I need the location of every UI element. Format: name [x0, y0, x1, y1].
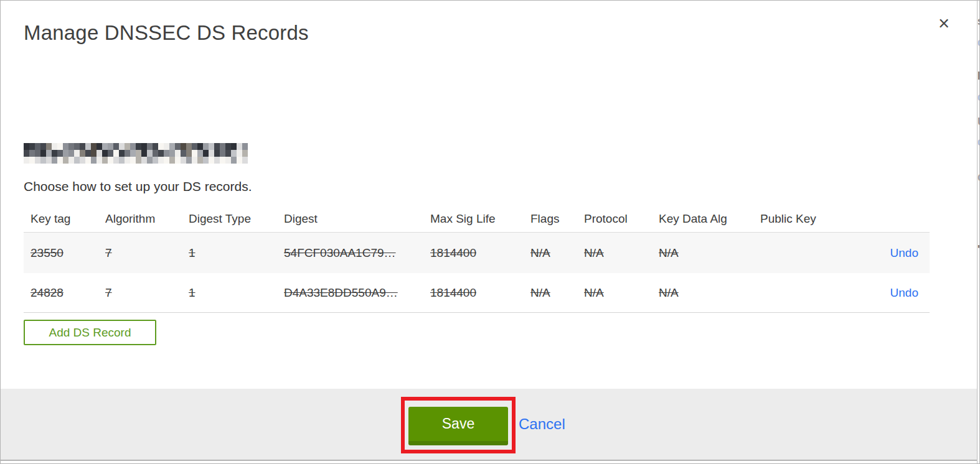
cell-algorithm: 7	[105, 286, 189, 300]
save-button[interactable]: Save	[408, 407, 508, 445]
table-row: 23550 7 1 54FCF030AA1C79… 1814400 N/A N/…	[24, 233, 930, 273]
cell-protocol: N/A	[584, 286, 659, 300]
cell-key-data-alg: N/A	[659, 286, 760, 300]
column-header-public-key: Public Key	[760, 212, 854, 226]
column-header-max-sig-life: Max Sig Life	[430, 212, 530, 226]
page-title: Manage DNSSEC DS Records	[24, 21, 309, 45]
undo-link[interactable]: Undo	[890, 286, 918, 299]
column-header-digest-type: Digest Type	[189, 212, 284, 226]
cell-key-tag: 23550	[31, 246, 105, 260]
undo-link[interactable]: Undo	[890, 246, 918, 259]
cell-digest-type: 1	[189, 246, 284, 260]
redacted-domain-name	[24, 143, 248, 164]
table-row: 24828 7 1 D4A33E8DD550A9… 1814400 N/A N/…	[24, 273, 930, 313]
cell-flags: N/A	[530, 246, 584, 260]
ds-records-table: Key tag Algorithm Digest Type Digest Max…	[24, 206, 930, 313]
cell-algorithm: 7	[105, 246, 189, 260]
column-header-protocol: Protocol	[584, 212, 659, 226]
cell-max-sig-life: 1814400	[430, 246, 530, 260]
column-header-key-tag: Key tag	[31, 212, 105, 226]
cell-digest: 54FCF030AA1C79…	[284, 246, 430, 260]
add-ds-record-button[interactable]: Add DS Record	[24, 320, 156, 345]
cell-digest-type: 1	[189, 286, 284, 300]
column-header-algorithm: Algorithm	[105, 212, 189, 226]
background-page-sliver: sdNdUdC▪	[978, 1, 980, 463]
table-header-row: Key tag Algorithm Digest Type Digest Max…	[24, 206, 930, 233]
cell-digest: D4A33E8DD550A9…	[284, 286, 430, 300]
cell-key-data-alg: N/A	[659, 246, 760, 260]
manage-dnssec-ds-records-modal: Manage DNSSEC DS Records × Choose how to…	[0, 0, 980, 464]
cell-key-tag: 24828	[31, 286, 105, 300]
cell-flags: N/A	[530, 286, 584, 300]
cancel-link[interactable]: Cancel	[519, 415, 565, 433]
column-header-digest: Digest	[284, 212, 430, 226]
close-icon[interactable]: ×	[933, 13, 954, 34]
cell-protocol: N/A	[584, 246, 659, 260]
column-header-flags: Flags	[530, 212, 584, 226]
column-header-key-data-alg: Key Data Alg	[659, 212, 760, 226]
subtitle-text: Choose how to set up your DS records.	[24, 179, 252, 194]
cell-max-sig-life: 1814400	[430, 286, 530, 300]
